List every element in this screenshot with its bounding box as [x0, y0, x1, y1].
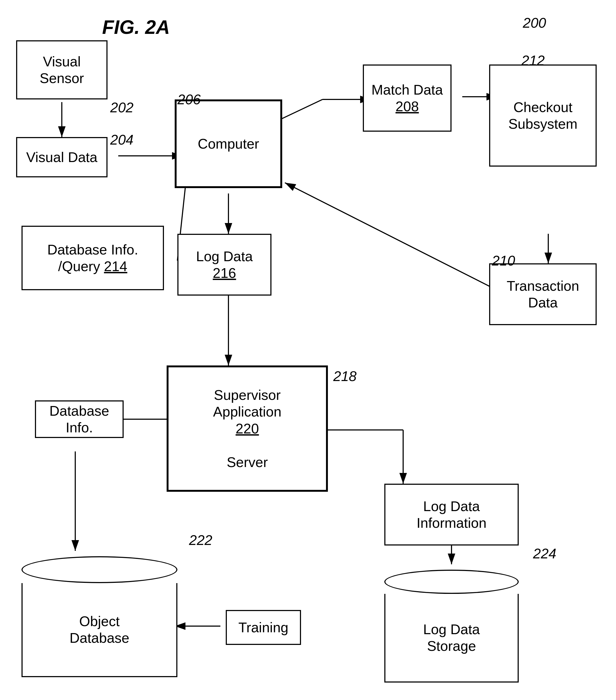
visual-sensor-label: VisualSensor [40, 53, 84, 87]
ref-200: 200 [523, 15, 546, 31]
log-storage-top [384, 570, 519, 594]
training-label: Training [238, 619, 288, 636]
database-info-query-box: Database Info./Query 214 [22, 226, 164, 290]
ref-224: 224 [533, 546, 556, 562]
diagram-container: FIG. 2A 200 VisualSensor 202 Visual Data… [0, 0, 616, 700]
log-data-storage-cylinder: Log DataStorage 224 [384, 564, 519, 688]
checkout-subsystem-label: CheckoutSubsystem [508, 99, 577, 133]
checkout-subsystem-box: CheckoutSubsystem [489, 64, 597, 166]
visual-sensor-box: VisualSensor [16, 40, 108, 99]
supervisor-app-label: SupervisorApplication220Server [213, 387, 281, 471]
log-data-label: Log Data216 [196, 248, 252, 282]
ref-210: 210 [492, 253, 515, 269]
ref-206: 206 [177, 91, 201, 108]
log-data-info-label: Log DataInformation [417, 498, 486, 532]
ref-202: 202 [110, 99, 134, 115]
match-data-box: Match Data208 [363, 64, 452, 132]
log-data-box: Log Data216 [177, 234, 271, 296]
figure-title: FIG. 2A [102, 16, 170, 38]
database-info-query-label: Database Info./Query 214 [47, 241, 138, 275]
svg-line-8 [285, 183, 497, 290]
visual-data-label: Visual Data [26, 149, 98, 165]
ref-212: 212 [521, 52, 545, 68]
computer-box: Computer [175, 99, 282, 188]
log-data-storage-label: Log DataStorage [423, 621, 480, 654]
database-info-box: Database Info. [35, 400, 124, 438]
database-info-small-label: Database Info. [36, 402, 123, 436]
object-db-body: ObjectDatabase [22, 583, 177, 677]
visual-data-box: Visual Data [16, 137, 108, 177]
supervisor-app-box: SupervisorApplication220Server [167, 365, 328, 492]
object-db-top [22, 556, 177, 583]
ref-204: 204 [110, 132, 134, 148]
match-data-label: Match Data208 [371, 82, 443, 115]
object-database-label: ObjectDatabase [70, 613, 130, 647]
log-data-info-box: Log DataInformation [384, 484, 519, 546]
transaction-data-label: TransactionData [507, 278, 579, 311]
transaction-data-box: TransactionData [489, 263, 597, 325]
computer-label: Computer [198, 135, 259, 152]
training-box: Training [226, 610, 301, 645]
ref-218: 218 [333, 368, 357, 384]
log-storage-body: Log DataStorage [384, 594, 519, 683]
object-database-cylinder: ObjectDatabase 222 [22, 551, 177, 683]
ref-222: 222 [189, 532, 212, 548]
